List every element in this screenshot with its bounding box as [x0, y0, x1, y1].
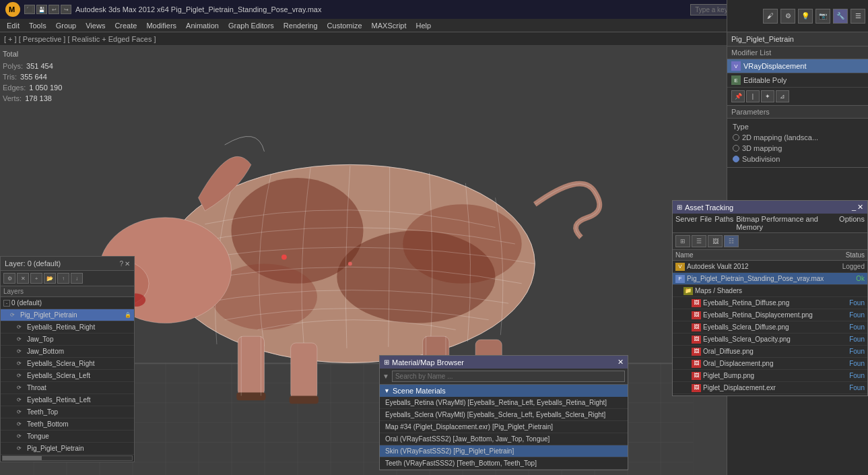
menu-modifiers[interactable]: Modifiers: [142, 21, 180, 30]
asset-type-icon: 🖼: [692, 323, 701, 331]
layer-help-btn[interactable]: ?: [119, 260, 123, 267]
layer-item-name: Teeth_Top: [27, 408, 131, 416]
asset-item-status: Foun: [831, 323, 865, 331]
mod-func3[interactable]: ⊿: [776, 90, 789, 102]
layer-close-btn[interactable]: ✕: [125, 260, 130, 267]
radio-3d-mapping[interactable]: 3D mapping: [727, 143, 868, 154]
rp-icon-5[interactable]: 🔧: [833, 9, 848, 24]
radio-label-subdiv: Subdivision: [742, 155, 780, 163]
asset-menu-server[interactable]: Server: [675, 215, 697, 231]
layer-item-name: 0 (default): [11, 299, 131, 307]
params-header: Parameters: [727, 106, 868, 119]
layer-tool-5[interactable]: ↑: [57, 273, 69, 284]
menu-rendering[interactable]: Rendering: [279, 21, 322, 30]
mat-close-btn[interactable]: ✕: [617, 358, 624, 367]
material-item[interactable]: Eyeballs_Retina (VRayMtl) [Eyeballs_Reti…: [380, 397, 628, 409]
layer-item[interactable]: ⟳Eyeballs_Retina_Left: [1, 394, 134, 406]
material-item[interactable]: Teeth (VRayFastSSS2) [Teeth_Bottom, Teet…: [380, 457, 628, 470]
layer-hscrollbar[interactable]: [1, 455, 134, 462]
rp-icon-4[interactable]: 📷: [815, 9, 830, 24]
asset-item[interactable]: 🖼Eyeballs_Sclera_Opacity.pngFoun: [673, 334, 867, 346]
rp-icon-3[interactable]: 💡: [798, 9, 813, 24]
asset-item[interactable]: 🖼Eyeballs_Sclera_Diffuse.pngFoun: [673, 321, 867, 334]
menu-maxscript[interactable]: MAXScript: [368, 21, 411, 30]
menu-help[interactable]: Help: [412, 21, 436, 30]
menu-group[interactable]: Group: [52, 21, 81, 30]
layer-item[interactable]: ⟳Pig_Piglet_Pietrain🔒: [1, 309, 134, 321]
asset-item[interactable]: 🖼Piglet_Bump.pngFoun: [673, 370, 867, 382]
toolbar-icon-1[interactable]: ⬛: [24, 5, 35, 14]
layer-item[interactable]: ⟳Teeth_Bottom: [1, 418, 134, 431]
asset-item[interactable]: 🖼Oral_Diffuse.pngFoun: [673, 346, 867, 358]
menu-create[interactable]: Create: [110, 21, 141, 30]
menu-tools[interactable]: Tools: [25, 21, 51, 30]
rp-icon-1[interactable]: 🖌: [763, 9, 778, 24]
layer-item[interactable]: ⟳Eyeballs_Retina_Right: [1, 321, 134, 334]
layer-item[interactable]: ⟳Tongue: [1, 431, 134, 443]
asset-item[interactable]: 🖼Eyeballs_Retina_Displaycement.pngFoun: [673, 309, 867, 321]
mod-func2[interactable]: ✦: [761, 90, 774, 102]
asset-item[interactable]: 🖼Oral_Displacement.pngFoun: [673, 358, 867, 370]
menu-graph-editors[interactable]: Graph Editors: [224, 21, 278, 30]
asset-min-btn[interactable]: _: [852, 203, 856, 212]
layer-item[interactable]: ⟳Throat: [1, 382, 134, 394]
layer-item[interactable]: ⟳Jaw_Top: [1, 334, 134, 346]
modifier-vray[interactable]: V VRayDisplacement: [727, 59, 868, 73]
layer-item[interactable]: ⟳Teeth_Top: [1, 406, 134, 418]
col-name-label: Name: [675, 251, 824, 259]
asset-tool-3[interactable]: 🖼: [708, 235, 723, 247]
asset-item[interactable]: 🖼Piglet_Overal.pngFoun: [673, 394, 867, 395]
rp-icon-2[interactable]: ⚙: [780, 9, 795, 24]
asset-menu-paths[interactable]: Paths: [714, 215, 733, 231]
app-title: Autodesk 3ds Max 2012 x64 Pig_Piglet_Pie…: [75, 5, 321, 13]
menu-views[interactable]: Views: [81, 21, 109, 30]
asset-tool-1[interactable]: ⊞: [675, 235, 690, 247]
material-item[interactable]: Skin (VRayFastSSS2) [Pig_Piglet_Pietrain…: [380, 445, 628, 457]
asset-item[interactable]: VAutodesk Vault 2012Logged: [673, 261, 867, 273]
modifier-list-label: Modifier List: [727, 46, 868, 59]
menu-edit[interactable]: Edit: [3, 21, 24, 30]
material-item[interactable]: Oral (VRayFastSSS2) [Jaw_Bottom, Jaw_Top…: [380, 433, 628, 445]
mat-search-input[interactable]: [392, 371, 625, 382]
rp-icon-6[interactable]: ☰: [850, 9, 865, 24]
asset-menu-options[interactable]: Options: [839, 215, 865, 231]
layer-item[interactable]: ⟳Jaw_Bottom: [1, 346, 134, 358]
layer-tool-1[interactable]: ⚙: [3, 273, 15, 284]
stats-edges: Edges: 1 050 190: [3, 82, 62, 93]
menu-customize[interactable]: Customize: [323, 21, 366, 30]
layer-expand-icon[interactable]: -: [3, 300, 10, 307]
toolbar-icon-2[interactable]: 💾: [36, 5, 47, 14]
layer-tool-2[interactable]: ✕: [17, 273, 29, 284]
modifier-editable-poly[interactable]: E Editable Poly: [727, 73, 868, 88]
layer-item[interactable]: -0 (default): [1, 297, 134, 309]
asset-tool-4[interactable]: ☷: [724, 235, 739, 247]
asset-item[interactable]: FPig_Piglet_Pietrain_Standing_Pose_vray.…: [673, 273, 867, 285]
layer-item[interactable]: ⟳Pig_Piglet_Pietrain: [1, 443, 134, 455]
toolbar-icon-4[interactable]: ↪: [61, 5, 71, 14]
asset-item[interactable]: 🖼Piglet_Displacement.exrFoun: [673, 382, 867, 394]
asset-tool-2[interactable]: ☰: [692, 235, 706, 247]
layer-tool-3[interactable]: +: [30, 273, 42, 284]
scene-mat-toggle[interactable]: ▼: [384, 387, 390, 394]
asset-item[interactable]: 📁Maps / Shaders: [673, 285, 867, 297]
layer-item[interactable]: ⟳Eyeballs_Sclera_Right: [1, 358, 134, 370]
material-item[interactable]: Map #34 (Piglet_Displacement.exr) [Pig_P…: [380, 421, 628, 433]
asset-menu-file[interactable]: File: [700, 215, 712, 231]
stats-overlay: Total Polys: 351 454 Tris: 355 644 Edges…: [3, 49, 62, 104]
radio-subdivision[interactable]: Subdivision: [727, 154, 868, 164]
mod-pin[interactable]: 📌: [731, 90, 745, 102]
mod-func1[interactable]: |: [746, 90, 760, 102]
toolbar-icon-3[interactable]: ↩: [48, 5, 59, 14]
asset-item-name: Oral_Displacement.png: [703, 360, 831, 367]
asset-item-status: Ok: [831, 275, 865, 282]
menu-animation[interactable]: Animation: [182, 21, 223, 30]
asset-item[interactable]: 🖼Eyeballs_Retina_Diffuse.pngFoun: [673, 297, 867, 309]
asset-close-btn[interactable]: ✕: [857, 203, 863, 212]
layer-item[interactable]: ⟳Eyeballs_Sclera_Left: [1, 370, 134, 382]
asset-menu-bitmap[interactable]: Bitmap Performance and Memory: [736, 215, 836, 231]
layer-tool-4[interactable]: 📂: [44, 273, 56, 284]
material-item[interactable]: Eyeballs_Sclera (VRayMtl) [Eyeballs_Scle…: [380, 409, 628, 421]
layer-tool-6[interactable]: ↓: [71, 273, 83, 284]
radio-2d-mapping[interactable]: 2D mapping (landsca...: [727, 132, 868, 143]
svg-rect-18: [290, 395, 319, 404]
